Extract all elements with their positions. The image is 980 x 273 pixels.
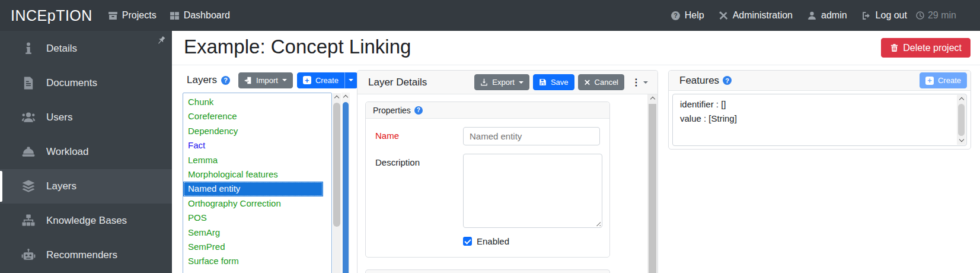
plus-icon: + <box>303 76 311 84</box>
enabled-checkbox[interactable] <box>463 237 472 246</box>
page-header: Example: Concept Linking Delete project <box>172 31 980 65</box>
sidebar-item-label: Workload <box>46 146 89 158</box>
sidebar-item-icon <box>21 76 36 90</box>
feature-option[interactable]: identifier : [] <box>673 97 966 112</box>
description-label: Description <box>375 154 463 228</box>
scroll-up-icon[interactable] <box>334 96 339 100</box>
sidebar-item-label: Layers <box>46 180 76 192</box>
layer-option[interactable]: POS <box>183 211 331 225</box>
clock-icon <box>915 11 925 20</box>
layer-option[interactable]: Morphological features <box>183 167 331 182</box>
layer-option[interactable]: Chunk <box>183 95 331 109</box>
layer-option[interactable]: Named entity <box>183 182 323 196</box>
page-title: Example: Concept Linking <box>184 36 411 58</box>
name-field-row: Name <box>375 127 600 145</box>
create-feature-label: Create <box>938 76 961 85</box>
navbar-left-group: Projects Dashboard <box>108 10 243 21</box>
scroll-up-icon[interactable] <box>959 97 963 102</box>
create-label: Create <box>315 76 339 85</box>
navbar-link-label: Log out <box>876 10 907 21</box>
chevron-down-icon <box>643 81 648 84</box>
layer-option[interactable]: SemPred <box>183 240 331 254</box>
layers-panel-scrollbar[interactable] <box>341 93 350 273</box>
scrollbar-thumb[interactable] <box>649 104 656 273</box>
features-header: Features + Create <box>669 71 971 91</box>
layer-option[interactable]: Surface form <box>183 254 331 268</box>
layer-option[interactable]: SemArg <box>183 226 331 240</box>
navbar-link-label: Dashboard <box>184 10 230 21</box>
navbar-link[interactable]: admin <box>807 10 847 21</box>
navbar-link-icon <box>108 11 118 21</box>
layer-option[interactable]: Dependency <box>183 124 331 138</box>
sidebar-item[interactable]: Layers <box>0 169 172 204</box>
navbar-link-icon <box>671 11 681 21</box>
sidebar-item-icon <box>21 42 36 56</box>
layer-details-title: Layer Details <box>368 77 427 88</box>
create-layer-dropdown-toggle[interactable] <box>344 72 357 88</box>
layers-listbox: ChunkCoreferenceDependencyFactLemmaMorph… <box>183 93 332 273</box>
feature-option[interactable]: value : [String] <box>673 112 966 126</box>
sidebar-item[interactable]: Users <box>0 100 172 135</box>
layer-option[interactable]: Lemma <box>183 153 331 167</box>
scrollbar-thumb[interactable] <box>333 103 340 227</box>
layers-panel-title: Layers <box>187 74 217 86</box>
create-feature-button[interactable]: + Create <box>920 72 967 88</box>
download-icon <box>480 78 488 86</box>
save-button[interactable]: Save <box>533 74 574 90</box>
features-scrollbar[interactable] <box>957 95 966 145</box>
navbar-link-label: admin <box>821 10 847 21</box>
sidebar-item[interactable]: Documents <box>0 66 172 100</box>
scrollbar-thumb[interactable] <box>958 104 965 136</box>
navbar-link[interactable]: Log out <box>861 10 907 21</box>
sidebar-item-label: Recommenders <box>46 249 117 261</box>
scroll-up-icon[interactable] <box>650 97 655 101</box>
delete-project-button[interactable]: Delete project <box>881 38 971 58</box>
sidebar-item[interactable]: Knowledge Bases <box>0 204 172 238</box>
sidebar-item[interactable]: Workload <box>0 135 172 169</box>
layer-description-textarea[interactable] <box>463 154 602 228</box>
layers-listbox-scrollbar[interactable] <box>333 93 341 273</box>
import-layer-button[interactable]: Import <box>238 72 293 88</box>
create-layer-button[interactable]: + Create <box>297 72 344 88</box>
top-navbar: INCEpTION Projects Dashboard Help Admini… <box>0 0 980 31</box>
navbar-link[interactable]: Help <box>671 10 704 21</box>
export-button[interactable]: Export <box>474 74 529 90</box>
more-actions-menu[interactable]: ⋮ <box>628 77 652 88</box>
sidebar-item-label: Documents <box>46 77 97 89</box>
layer-option[interactable]: Orthography Correction <box>183 196 331 211</box>
scroll-up-icon[interactable] <box>343 95 348 100</box>
sidebar-item[interactable]: Details <box>0 31 172 66</box>
save-icon <box>539 78 547 86</box>
navbar-link[interactable]: Administration <box>719 10 793 21</box>
navbar-link-icon <box>861 11 872 21</box>
sidebar-item-icon <box>21 248 36 262</box>
layer-option[interactable]: Fact <box>183 138 331 153</box>
navbar-link[interactable]: Projects <box>108 10 157 21</box>
navbar-right-links: Help Administration admin Log out <box>656 10 907 21</box>
navbar-link[interactable]: Dashboard <box>170 10 230 21</box>
navbar-link-label: Help <box>685 10 704 21</box>
plus-icon: + <box>925 77 934 85</box>
save-label: Save <box>551 78 569 87</box>
features-panel: Features + Create identifier : []value :… <box>668 70 971 150</box>
chevron-down-icon <box>519 81 523 84</box>
cancel-label: Cancel <box>595 78 618 87</box>
close-icon <box>584 79 590 85</box>
layers-panel: Layers Import + Create <box>179 70 350 273</box>
layer-details-scrollbar[interactable] <box>647 94 657 273</box>
app-brand[interactable]: INCEpTION <box>11 7 92 24</box>
navbar-link-icon <box>719 11 729 21</box>
features-body: identifier : []value : [String] <box>669 91 971 150</box>
layer-option[interactable]: Coreference <box>183 109 331 123</box>
kebab-icon: ⋮ <box>631 78 641 87</box>
scroll-down-icon[interactable] <box>959 137 963 142</box>
project-sidebar: Details Documents Users Workload Layers … <box>0 31 172 273</box>
layer-details-header: Layer Details Export Save Cancel <box>357 71 657 94</box>
enabled-row: Enabled <box>463 236 600 246</box>
scrollbar-thumb[interactable] <box>343 102 349 273</box>
main-content: Example: Concept Linking Delete project … <box>172 31 980 273</box>
sidebar-item[interactable]: Recommenders <box>0 238 172 272</box>
next-card-partial <box>365 269 610 273</box>
layer-name-input[interactable] <box>463 127 600 145</box>
cancel-button[interactable]: Cancel <box>578 74 624 90</box>
